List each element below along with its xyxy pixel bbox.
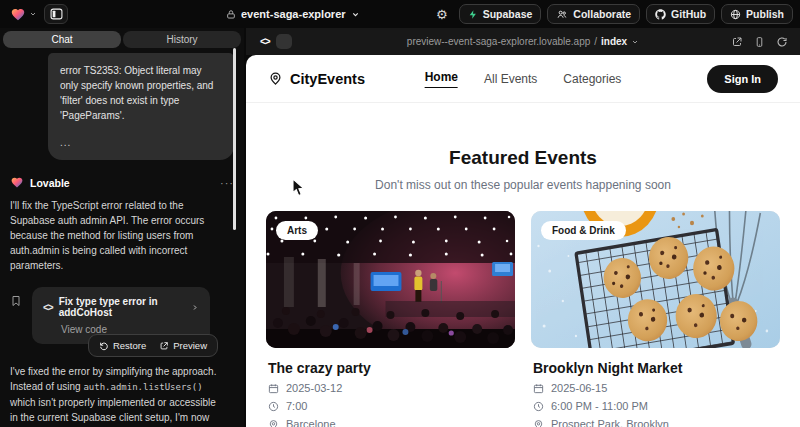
- calendar-icon: [268, 383, 279, 394]
- tab-history[interactable]: History: [123, 31, 241, 48]
- clock-icon: [533, 401, 544, 412]
- refresh-button[interactable]: [776, 36, 788, 48]
- sign-in-button[interactable]: Sign In: [707, 65, 778, 93]
- preview-urlbar[interactable]: preview--event-saga-explorer.lovable.app…: [246, 28, 800, 55]
- preview-button[interactable]: Preview: [159, 340, 207, 351]
- user-message-bubble: error TS2353: Object literal may only sp…: [48, 53, 234, 160]
- gear-icon: ⚙: [436, 7, 448, 22]
- chat-history-tabs: Chat History: [0, 28, 244, 51]
- people-icon: [556, 9, 568, 20]
- assistant-result-message: I've fixed the error by simplifying the …: [10, 364, 234, 427]
- hero-section: Featured Events Don't miss out on these …: [246, 147, 800, 192]
- bookmark-icon[interactable]: [10, 287, 32, 344]
- event-time-row: 6:00 PM - 11:00 PM: [531, 400, 780, 412]
- preview-mode-knob: [276, 34, 292, 49]
- user-message-ellipsis: ...: [60, 135, 222, 150]
- site-brand[interactable]: CityEvents: [268, 71, 365, 87]
- preview-toolbar: <> preview--event-saga-explorer.lovable.…: [246, 28, 800, 55]
- event-date: 2025-03-12: [286, 382, 342, 394]
- supabase-button[interactable]: Supabase: [459, 4, 542, 24]
- event-cards: Arts The crazy party 2025-03-12 7:00 Bar…: [246, 211, 800, 427]
- collaborate-label: Collaborate: [573, 8, 631, 20]
- code-icon: <>: [43, 302, 53, 313]
- github-label: GitHub: [671, 8, 706, 20]
- tab-history-label: History: [166, 34, 197, 45]
- event-location-row: Prospect Park, Brooklyn: [531, 418, 780, 427]
- code-view-toggle[interactable]: <>: [254, 32, 295, 51]
- app-topbar: event-saga-explorer ⚙ Supabase Collabora…: [0, 0, 800, 28]
- map-pin-icon: [268, 71, 283, 86]
- event-location: Barcelone: [286, 418, 336, 427]
- supabase-bolt-icon: [468, 9, 478, 20]
- open-preview-icon: [159, 341, 169, 351]
- site-header: CityEvents Home All Events Categories Si…: [246, 55, 800, 103]
- event-card[interactable]: Arts The crazy party 2025-03-12 7:00 Bar…: [266, 211, 515, 427]
- tab-chat[interactable]: Chat: [3, 31, 121, 48]
- chat-sidebar: Chat History error TS2353: Object litera…: [0, 28, 244, 427]
- mobile-view-button[interactable]: [754, 36, 765, 48]
- preview-url-separator: /: [594, 36, 597, 47]
- globe-icon: [730, 9, 741, 20]
- category-badge: Arts: [276, 221, 318, 240]
- code-change-row: <> Fix type type error in addCoHost View…: [10, 287, 234, 344]
- project-name: event-saga-explorer: [241, 8, 346, 20]
- lock-icon: [226, 9, 236, 20]
- event-time-row: 7:00: [266, 400, 515, 412]
- message-menu-button[interactable]: ···: [220, 177, 234, 189]
- publish-button[interactable]: Publish: [721, 4, 793, 24]
- chat-thread: error TS2353: Object literal may only sp…: [0, 53, 244, 427]
- assistant-intro-message: I'll fix the TypeScript error related to…: [10, 198, 234, 273]
- toggle-sidebar-button[interactable]: [44, 4, 68, 24]
- preview-url-host: preview--event-saga-explorer.lovable.app: [407, 36, 590, 47]
- event-title: Brooklyn Night Market: [531, 360, 780, 376]
- site-brand-name: CityEvents: [290, 71, 365, 87]
- event-title: The crazy party: [266, 360, 515, 376]
- event-time: 6:00 PM - 11:00 PM: [551, 400, 648, 412]
- event-image-conference: Arts: [266, 211, 515, 348]
- event-date-row: 2025-03-12: [266, 382, 515, 394]
- event-location-row: Barcelone: [266, 418, 515, 427]
- lovable-heart-icon: [10, 7, 26, 22]
- github-icon: [655, 9, 666, 20]
- nav-all-events[interactable]: All Events: [484, 72, 537, 86]
- nav-home[interactable]: Home: [425, 70, 458, 88]
- category-badge: Food & Drink: [541, 221, 626, 240]
- code-change-title: Fix type type error in addCoHost: [59, 296, 185, 318]
- project-switcher[interactable]: event-saga-explorer: [226, 0, 360, 28]
- inline-code: auth.admin.listUsers(): [83, 382, 202, 392]
- result-text: which isn't properly implemented or acce…: [10, 397, 216, 427]
- github-button[interactable]: GitHub: [646, 4, 715, 24]
- chat-scrollbar[interactable]: [233, 48, 236, 230]
- chevron-down-icon: [631, 38, 639, 46]
- restore-label: Restore: [113, 340, 146, 351]
- settings-button[interactable]: ⚙: [431, 4, 453, 24]
- open-in-new-tab-button[interactable]: [731, 36, 743, 48]
- panel-icon: [50, 8, 63, 20]
- pin-icon: [533, 419, 544, 427]
- user-message-text: error TS2353: Object literal may only sp…: [60, 63, 222, 123]
- clock-icon: [268, 401, 279, 412]
- site-nav: Home All Events Categories: [425, 70, 622, 88]
- calendar-icon: [533, 383, 544, 394]
- preview-label: Preview: [173, 340, 207, 351]
- pin-icon: [268, 419, 279, 427]
- collaborate-button[interactable]: Collaborate: [547, 4, 640, 24]
- event-date-row: 2025-06-15: [531, 382, 780, 394]
- chevron-right-icon: [191, 303, 199, 312]
- lovable-logo-menu[interactable]: [10, 7, 37, 22]
- nav-categories[interactable]: Categories: [563, 72, 621, 86]
- restore-button[interactable]: Restore: [99, 340, 146, 351]
- hero-title: Featured Events: [246, 147, 800, 169]
- restore-icon: [99, 341, 109, 351]
- lovable-heart-icon: [10, 176, 24, 189]
- publish-label: Publish: [746, 8, 784, 20]
- supabase-label: Supabase: [483, 8, 533, 20]
- preview-url-page: index: [601, 36, 627, 47]
- event-card[interactable]: Food & Drink Brooklyn Night Market 2025-…: [531, 211, 780, 427]
- chevron-down-icon: [351, 10, 360, 19]
- site-preview: CityEvents Home All Events Categories Si…: [246, 55, 800, 427]
- chevron-down-icon: [29, 10, 37, 18]
- event-image-cookies: Food & Drink: [531, 211, 780, 348]
- tab-chat-label: Chat: [51, 34, 72, 45]
- hero-subtitle: Don't miss out on these popular events h…: [246, 178, 800, 192]
